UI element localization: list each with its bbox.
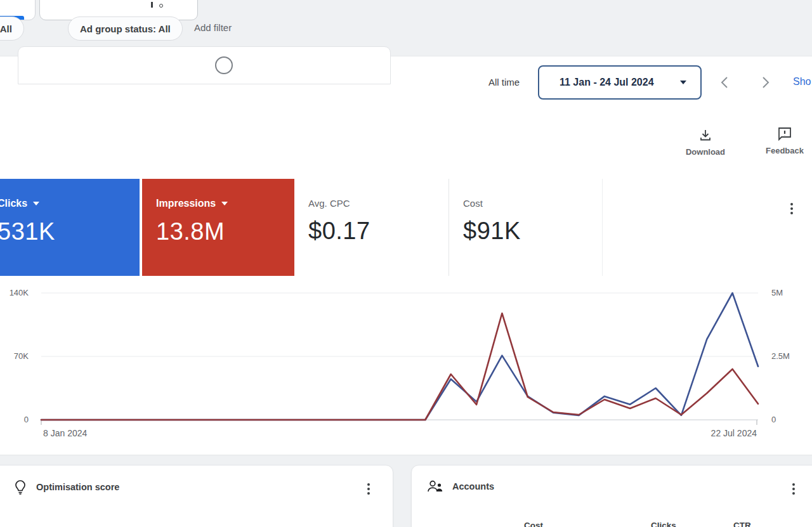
scorecard-clicks[interactable]: Clicks 531K bbox=[0, 179, 140, 276]
download-label: Download bbox=[686, 147, 725, 157]
all-time-label: All time bbox=[488, 77, 520, 88]
next-period-button[interactable] bbox=[757, 74, 773, 91]
feedback-label: Feedback bbox=[766, 146, 804, 155]
cost-value: $91K bbox=[463, 218, 602, 245]
x-axis-end-label: 22 Jul 2024 bbox=[698, 428, 757, 438]
accounts-title: Accounts bbox=[452, 481, 494, 491]
scorecard-avg-cpc[interactable]: Avg. CPC $0.17 bbox=[294, 179, 449, 276]
optimisation-score-menu[interactable] bbox=[365, 481, 372, 497]
download-icon bbox=[698, 128, 713, 143]
optimisation-score-card: Optimisation score bbox=[0, 465, 393, 527]
small-icon bbox=[159, 4, 163, 8]
y-left-tick-140k: 140K bbox=[0, 288, 29, 297]
feedback-button[interactable]: Feedback bbox=[759, 126, 810, 155]
ad-group-status-chip-label: Ad group status: All bbox=[80, 23, 171, 34]
y-right-tick-0: 0 bbox=[771, 415, 776, 424]
chevron-down-icon bbox=[680, 81, 686, 84]
impressions-value: 13.8M bbox=[156, 218, 294, 245]
campaign-status-chip-label: status: All bbox=[0, 23, 12, 34]
chevron-down-icon[interactable] bbox=[221, 202, 228, 205]
avg-cpc-label: Avg. CPC bbox=[308, 198, 350, 209]
score-gauge bbox=[215, 56, 233, 74]
y-right-tick-2-5m: 2.5M bbox=[771, 351, 790, 361]
scorecard-cost[interactable]: Cost $91K bbox=[449, 179, 603, 276]
download-button[interactable]: Download bbox=[680, 128, 731, 157]
date-range-value: 11 Jan - 24 Jul 2024 bbox=[560, 77, 674, 88]
x-axis-start-label: 8 Jan 2024 bbox=[43, 428, 87, 438]
line-impressions bbox=[41, 313, 758, 420]
accounts-menu[interactable] bbox=[790, 481, 797, 497]
add-filter-button[interactable]: Add filter bbox=[194, 22, 232, 33]
campaign-status-chip[interactable]: status: All bbox=[0, 16, 24, 41]
chevron-down-icon[interactable] bbox=[33, 202, 39, 205]
timeseries-chart[interactable] bbox=[0, 279, 812, 438]
optimisation-score-title: Optimisation score bbox=[36, 482, 119, 492]
clicks-label: Clicks bbox=[0, 198, 27, 209]
chart-options-menu[interactable] bbox=[788, 200, 796, 217]
lightbulb-icon bbox=[13, 479, 27, 495]
y-left-tick-0: 0 bbox=[0, 415, 29, 424]
avg-cpc-value: $0.17 bbox=[308, 218, 449, 245]
y-right-tick-5m: 5M bbox=[771, 288, 783, 297]
clicks-value: 531K bbox=[0, 218, 140, 245]
previous-period-button[interactable] bbox=[717, 74, 733, 91]
optimisation-score-subcard bbox=[18, 46, 391, 84]
ad-group-status-chip[interactable]: Ad group status: All bbox=[68, 16, 183, 41]
accounts-col-cost: Cost bbox=[524, 521, 543, 527]
scorecards-row: Clicks 531K Impressions 13.8M Avg. CPC $… bbox=[0, 179, 812, 276]
accounts-card: Accounts bbox=[411, 465, 812, 527]
y-left-tick-70k: 70K bbox=[0, 351, 29, 361]
cursor-glyph bbox=[151, 2, 153, 8]
feedback-icon bbox=[776, 126, 793, 142]
show-link[interactable]: Sho bbox=[793, 76, 811, 88]
impressions-label: Impressions bbox=[156, 198, 216, 209]
accounts-people-icon bbox=[427, 479, 443, 493]
accounts-col-ctr: CTR bbox=[733, 521, 751, 527]
google-ads-overview-page: status: All Ad group status: All Add fil… bbox=[0, 0, 812, 527]
scorecard-impressions[interactable]: Impressions 13.8M bbox=[142, 179, 294, 276]
date-range-picker[interactable]: 11 Jan - 24 Jul 2024 bbox=[538, 65, 702, 100]
accounts-col-clicks: Clicks bbox=[651, 521, 676, 527]
cost-label: Cost bbox=[463, 198, 483, 209]
